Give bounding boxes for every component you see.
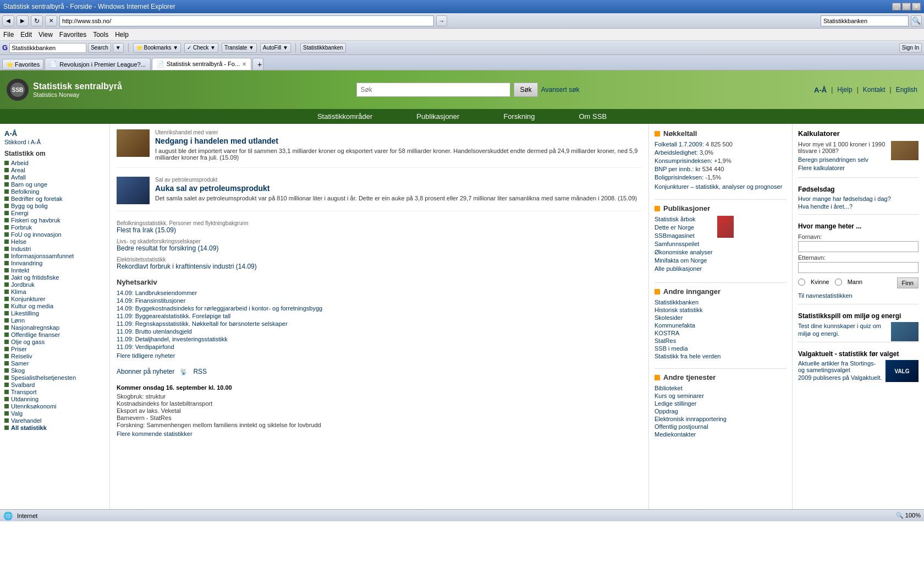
avansert-link[interactable]: Avansert søk [541, 86, 580, 94]
andre-link-3[interactable]: Kommunefakta [654, 322, 787, 329]
rss-link[interactable]: RSS [193, 368, 207, 375]
address-input[interactable] [59, 15, 434, 26]
more-coming-link[interactable]: Flere kommende statistikker [117, 430, 642, 437]
pub-link-5[interactable]: Minifakta om Norge [654, 257, 713, 264]
archive-item-1[interactable]: 14.09: Finansinstitusjoner [117, 297, 642, 304]
kontakt-link[interactable]: Kontakt [863, 86, 886, 94]
stat-link[interactable]: Bygg og bolig [11, 203, 48, 209]
stat-link[interactable]: Helse [11, 238, 26, 245]
menu-view[interactable]: View [38, 31, 53, 39]
nav-omssb[interactable]: Om SSB [579, 112, 607, 121]
menu-file[interactable]: File [3, 31, 14, 39]
nok-label-3[interactable]: BNP per innb.: kr [654, 166, 701, 172]
stat-link[interactable]: Bedrifter og foretak [11, 195, 63, 202]
andre-link-2[interactable]: Skolesider [654, 314, 787, 321]
menu-edit[interactable]: Edit [20, 31, 32, 39]
stikkord-link[interactable]: Stikkord i A-Å [4, 139, 105, 145]
news-title-1[interactable]: Nedgang i handelen med utlandet [155, 137, 278, 145]
nav-forskning[interactable]: Forskning [503, 112, 535, 121]
stat-link[interactable]: Jakt og fritidsfiske [11, 274, 59, 281]
small-news-title-3[interactable]: Rekordlavt forbruk i kraftintensiv indus… [117, 263, 257, 270]
ie-search-btn[interactable]: 🔍 [911, 15, 922, 26]
andre-link-0[interactable]: Statistikkbanken [654, 299, 787, 306]
nav-publikasjoner[interactable]: Publikasjoner [416, 112, 459, 121]
stat-link[interactable]: Jordbruk [11, 281, 35, 288]
close-btn[interactable]: ✕ [912, 3, 921, 10]
tab-2-close[interactable]: ✕ [242, 61, 246, 67]
stat-link[interactable]: Forbruk [11, 224, 32, 231]
fodselsdag-q2[interactable]: Hva hendte i året...? [798, 203, 919, 210]
stat-link[interactable]: Energi [11, 210, 29, 216]
pub-link-2[interactable]: SSBmagasinet [654, 232, 713, 239]
menu-tools[interactable]: Tools [93, 31, 108, 39]
ie-search-input[interactable] [821, 15, 909, 26]
sign-in-btn[interactable]: Sign In [899, 43, 922, 53]
andre-link-1[interactable]: Historisk statistikk [654, 307, 787, 313]
archive-item-4[interactable]: 11.09: Regnskapsstatistikk. Nøkkeltall f… [117, 320, 642, 327]
andre-link-4[interactable]: KOSTRA [654, 330, 787, 336]
stat-link[interactable]: FoU og innovasjon [11, 231, 62, 238]
radio-mann[interactable] [835, 279, 842, 286]
finn-btn[interactable]: Finn [897, 277, 919, 288]
menu-favorites[interactable]: Favorites [59, 31, 86, 39]
small-news-title-1[interactable]: Flest fra Irak (15.09) [117, 226, 176, 234]
menu-help[interactable]: Help [115, 31, 129, 39]
fodselsdag-q1[interactable]: Hvor mange har fødselsdag i dag? [798, 195, 919, 202]
site-search-input[interactable] [356, 83, 510, 97]
tab-2[interactable]: 📄 Statistisk sentralbyrå - Fo... ✕ [152, 58, 251, 70]
statistikkbanken-btn[interactable]: Statistikkbanken [300, 43, 346, 53]
andre-link-5[interactable]: StatRes [654, 337, 787, 344]
refresh-btn[interactable]: ↻ [31, 15, 43, 26]
google-search-btn[interactable]: Search [88, 43, 111, 53]
translate-btn[interactable]: Translate ▼ [222, 43, 257, 53]
stat-link[interactable]: Samer [11, 360, 29, 367]
tjeneste-link-3[interactable]: Oppdrag [654, 408, 787, 415]
more-news-link[interactable]: Flere tidligere nyheter [117, 352, 642, 359]
stat-link[interactable]: Innvandring [11, 260, 43, 266]
english-link[interactable]: English [896, 86, 917, 94]
stat-link[interactable]: Barn og unge [11, 181, 47, 188]
konjunktur-link[interactable]: Konjunkturer – statistikk, analyser og p… [654, 183, 782, 190]
nok-label-4[interactable]: Boligprisindeksen: [654, 174, 703, 181]
archive-item-7[interactable]: 11.09: Verdipapirfond [117, 343, 642, 350]
stat-link[interactable]: Informasjonssamfunnet [11, 253, 74, 259]
check-btn[interactable]: ✓ Check ▼ [184, 43, 218, 53]
stat-link[interactable]: Utenriksøkonomi [11, 403, 57, 410]
stat-link[interactable]: Konjunkturer [11, 296, 45, 302]
stat-link[interactable]: Areal [11, 167, 25, 173]
stat-link[interactable]: Priser [11, 346, 27, 352]
pub-link-4[interactable]: Økonomiske analyser [654, 249, 713, 255]
autofill-btn[interactable]: AutoFill ▼ [260, 43, 291, 53]
stat-link[interactable]: Kultur og media [11, 303, 53, 309]
stat-link[interactable]: Klima [11, 288, 26, 295]
aa-link[interactable]: A-Å [814, 86, 827, 94]
tjeneste-link-5[interactable]: Offentlig postjournal [654, 423, 787, 430]
tjeneste-link-2[interactable]: Ledige stillinger [654, 400, 787, 407]
news-title-2[interactable]: Auka sal av petroleumsprodukt [155, 184, 270, 193]
stat-link[interactable]: Lønn [11, 317, 25, 324]
pub-link-0[interactable]: Statistisk årbok [654, 216, 713, 222]
hjelp-link[interactable]: Hjelp [837, 86, 852, 94]
stat-link[interactable]: Industri [11, 246, 31, 252]
site-search-btn[interactable]: Søk [514, 83, 537, 97]
kalk-more-link[interactable]: Flere kalkulatorer [798, 165, 886, 171]
stat-link[interactable]: Spesialisthelsetjenesten [11, 374, 76, 381]
go-btn[interactable]: → [436, 15, 447, 26]
stats-spill-link[interactable]: Test dine kunnskaper i quiz om miljø og … [798, 323, 881, 337]
etternavn-input[interactable] [798, 262, 919, 273]
tab-new[interactable]: + [252, 58, 263, 70]
stat-link[interactable]: Valg [11, 410, 23, 417]
tjeneste-link-1[interactable]: Kurs og seminarer [654, 392, 787, 399]
stat-link[interactable]: Svalbard [11, 381, 35, 388]
andre-link-6[interactable]: SSB i media [654, 345, 787, 352]
stat-link[interactable]: Utdanning [11, 396, 38, 402]
tjeneste-link-6[interactable]: Mediekontakter [654, 431, 787, 438]
archive-item-5[interactable]: 11.09: Brutto utenlandsgjeld [117, 328, 642, 335]
radio-kvinne[interactable] [798, 279, 805, 286]
stat-link[interactable]: Avfall [11, 174, 26, 181]
archive-item-6[interactable]: 11.09: Detaljhandel, investeringsstatist… [117, 336, 642, 342]
andre-link-7[interactable]: Statistikk fra hele verden [654, 353, 787, 359]
stat-link[interactable]: Nasjonalregnskap [11, 324, 59, 331]
favorites-btn[interactable]: ⭐ Favorites [2, 59, 43, 70]
stat-link[interactable]: Offentlige finanser [11, 331, 60, 338]
